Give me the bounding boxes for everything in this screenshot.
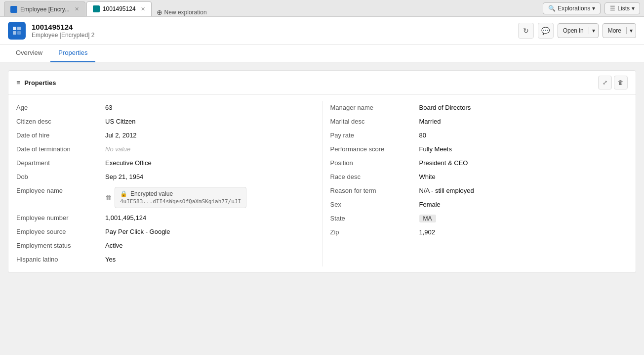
more-button[interactable]: More ▾: [603, 23, 636, 38]
encrypted-container: 🗑 🔒 Encrypted value 4uIE583...dII4sWqesO…: [105, 187, 314, 208]
lists-label: Lists: [617, 5, 630, 12]
prop-age: Age 63: [16, 101, 314, 115]
prop-label-employment-status: Employment status: [16, 242, 105, 249]
prop-label-race-desc: Race desc: [330, 173, 419, 180]
header-left: 1001495124 Employee [Encrypted] 2: [8, 22, 94, 40]
card-header-right: ⤢ 🗑: [598, 76, 628, 89]
delete-card-button[interactable]: 🗑: [614, 76, 628, 89]
prop-label-position: Position: [330, 159, 419, 167]
prop-department: Department Executive Office: [16, 156, 314, 170]
lock-icon: 🔒: [120, 190, 127, 197]
prop-label-department: Department: [16, 159, 105, 167]
prop-value-department: Executive Office: [105, 159, 314, 167]
prop-position: Position President & CEO: [330, 156, 628, 170]
tabs-container: Employee [Encry... ✕ 1001495124 ✕ ⊕ New …: [4, 0, 211, 16]
prop-label-employee-name: Employee name: [16, 187, 105, 194]
prop-value-employee-source: Pay Per Click - Google: [105, 228, 314, 235]
lists-chevron-icon: ▾: [632, 5, 635, 12]
prop-value-dob: Sep 21, 1954: [105, 173, 314, 180]
prop-label-pay-rate: Pay rate: [330, 132, 419, 139]
prop-label-state: State: [330, 215, 419, 222]
open-in-button[interactable]: Open in ▾: [558, 23, 599, 38]
svg-rect-1: [17, 27, 21, 30]
explorations-icon: 🔍: [548, 5, 556, 12]
prop-value-date-termination: No value: [105, 145, 314, 153]
refresh-icon: ↻: [523, 27, 529, 35]
header: 1001495124 Employee [Encrypted] 2 ↻ 💬 Op…: [0, 17, 644, 44]
state-badge: MA: [419, 215, 436, 222]
prop-state: State MA: [330, 212, 628, 225]
header-title: 1001495124: [32, 23, 94, 31]
tab-icon-1001495124: [93, 5, 100, 12]
explorations-button[interactable]: 🔍 Explorations ▾: [543, 2, 601, 14]
encrypted-code: 4uIE583...dII4sWqesOfQaXmSKgiah77/uJI: [120, 198, 241, 205]
tab-properties[interactable]: Properties: [50, 44, 95, 62]
new-exploration-tab[interactable]: ⊕ New exploration: [153, 8, 211, 16]
prop-date-hire: Date of hire Jul 2, 2012: [16, 129, 314, 142]
new-exploration-icon: ⊕: [157, 8, 162, 16]
prop-employee-name: Employee name 🗑 🔒 Encrypted value 4uIE58…: [16, 184, 314, 211]
prop-hispanic-latino: Hispanic latino Yes: [16, 253, 314, 266]
prop-value-state: MA: [419, 215, 628, 222]
prop-performance-score: Performance score Fully Meets: [330, 142, 628, 156]
tab-label-1001495124: 1001495124: [103, 5, 136, 12]
prop-label-marital-desc: Marital desc: [330, 118, 419, 125]
tab-1001495124[interactable]: 1001495124 ✕: [86, 1, 152, 16]
prop-employment-status: Employment status Active: [16, 239, 314, 253]
refresh-button[interactable]: ↻: [518, 23, 534, 39]
tab-overview[interactable]: Overview: [8, 44, 50, 62]
prop-employee-source: Employee source Pay Per Click - Google: [16, 225, 314, 239]
prop-date-termination: Date of termination No value: [16, 142, 314, 156]
open-in-chevron-icon[interactable]: ▾: [589, 27, 598, 34]
prop-label-age: Age: [16, 104, 105, 111]
prop-manager-name: Manager name Board of Directors: [330, 101, 628, 115]
tab-employee-encrypted[interactable]: Employee [Encry... ✕: [4, 1, 85, 16]
app-icon: [8, 22, 26, 40]
prop-value-position: President & CEO: [419, 159, 628, 167]
trash-icon[interactable]: 🗑: [105, 194, 112, 201]
svg-rect-0: [13, 27, 16, 30]
prop-value-employee-name: 🗑 🔒 Encrypted value 4uIE583...dII4sWqesO…: [105, 187, 314, 208]
prop-label-citizen-desc: Citizen desc: [16, 118, 105, 125]
chat-icon: 💬: [541, 27, 550, 35]
prop-citizen-desc: Citizen desc US Citizen: [16, 115, 314, 129]
page-tabs: Overview Properties: [0, 44, 644, 62]
properties-list-icon: ≡: [16, 79, 20, 87]
tab-bar-right: 🔍 Explorations ▾ ☰ Lists ▾: [543, 2, 640, 14]
prop-dob: Dob Sep 21, 1954: [16, 170, 314, 184]
expand-button[interactable]: ⤢: [598, 76, 612, 89]
tab-label-employee: Employee [Encry...: [20, 6, 70, 13]
prop-value-hispanic-latino: Yes: [105, 256, 314, 263]
prop-label-dob: Dob: [16, 173, 105, 180]
prop-label-date-termination: Date of termination: [16, 145, 105, 153]
new-exploration-label: New exploration: [164, 9, 207, 16]
lists-button[interactable]: ☰ Lists ▾: [604, 2, 640, 14]
prop-value-employee-number: 1,001,495,124: [105, 214, 314, 222]
encrypted-box: 🔒 Encrypted value 4uIE583...dII4sWqesOfQ…: [115, 187, 246, 208]
svg-rect-3: [17, 31, 21, 35]
explorations-chevron-icon: ▾: [592, 5, 595, 12]
prop-value-performance-score: Fully Meets: [419, 145, 628, 153]
prop-value-zip: 1,902: [419, 228, 628, 236]
expand-icon: ⤢: [603, 79, 607, 86]
lists-icon: ☰: [610, 5, 615, 12]
card-title: Properties: [24, 79, 56, 87]
prop-zip: Zip 1,902: [330, 225, 628, 239]
prop-value-pay-rate: 80: [419, 132, 628, 139]
more-chevron-icon[interactable]: ▾: [627, 27, 636, 34]
prop-value-sex: Female: [419, 201, 628, 208]
header-subtitle: Employee [Encrypted] 2: [32, 32, 94, 39]
prop-label-zip: Zip: [330, 228, 419, 236]
prop-value-citizen-desc: US Citizen: [105, 118, 314, 125]
prop-value-marital-desc: Married: [419, 118, 628, 125]
prop-label-employee-number: Employee number: [16, 214, 105, 222]
tab-close-1001495124[interactable]: ✕: [141, 6, 145, 12]
tab-close-employee[interactable]: ✕: [75, 6, 79, 12]
prop-label-manager-name: Manager name: [330, 104, 419, 111]
prop-employee-number: Employee number 1,001,495,124: [16, 211, 314, 225]
chat-button[interactable]: 💬: [538, 23, 554, 39]
prop-value-date-hire: Jul 2, 2012: [105, 132, 314, 139]
encrypted-box-header: 🔒 Encrypted value: [120, 190, 241, 197]
more-label: More: [603, 27, 627, 34]
props-grid: Age 63 Citizen desc US Citizen Date of h…: [8, 95, 636, 272]
